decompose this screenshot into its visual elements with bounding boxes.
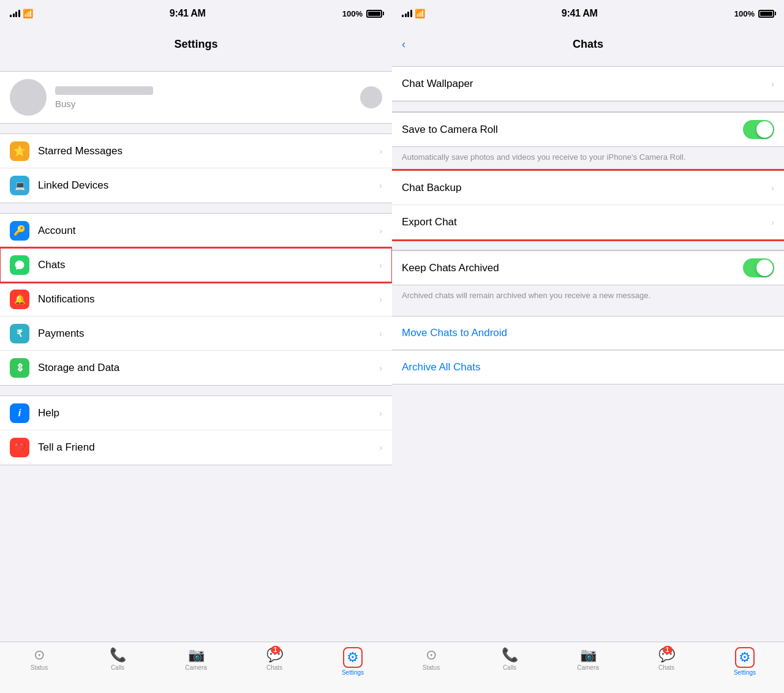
chats-menu-label: Chats	[38, 259, 379, 271]
camera-roll-group: Save to Camera Roll	[392, 111, 784, 147]
chevron-icon: ›	[379, 443, 382, 452]
archive-all-label: Archive All Chats	[402, 361, 481, 373]
backup-chevron: ›	[771, 183, 774, 193]
notifications-icon: 🔔	[10, 290, 29, 309]
profile-status: Busy	[55, 99, 352, 109]
left-tab-bar: ⊙ Status 📞 Calls 📷 Camera 💬 1 Chats ⚙	[0, 642, 392, 693]
menu-item-storage[interactable]: ⇕ Storage and Data ›	[0, 351, 392, 385]
chat-backup-row[interactable]: Chat Backup ›	[392, 171, 784, 205]
menu-item-payments[interactable]: ₹ Payments ›	[0, 317, 392, 351]
profile-info: Busy	[55, 86, 352, 109]
right-camera-tab-icon: 📷	[580, 647, 597, 662]
menu-group-2: 🔑 Account › Chats › 🔔 Notifications › ₹	[0, 213, 392, 386]
camera-tab-icon: 📷	[188, 647, 205, 662]
tab-camera[interactable]: 📷 Camera	[178, 647, 214, 671]
payments-icon: ₹	[10, 324, 29, 343]
keep-archived-toggle[interactable]	[743, 258, 774, 277]
starred-label: Starred Messages	[38, 145, 379, 157]
help-icon: i	[10, 403, 29, 423]
settings-tab-label: Settings	[342, 669, 364, 676]
menu-item-help[interactable]: i Help ›	[0, 396, 392, 430]
back-button[interactable]: ‹	[402, 38, 405, 51]
move-android-label: Move Chats to Android	[402, 327, 507, 339]
linked-icon: 💻	[10, 176, 29, 195]
chevron-icon: ›	[379, 294, 382, 304]
account-icon: 🔑	[10, 221, 29, 241]
left-nav-title: Settings	[174, 38, 217, 51]
right-tab-bar: ⊙ Status 📞 Calls 📷 Camera 💬 1 Chats ⚙	[392, 642, 784, 693]
left-time: 9:41 AM	[170, 8, 206, 19]
wallpaper-row[interactable]: Chat Wallpaper ›	[392, 67, 784, 101]
menu-item-account[interactable]: 🔑 Account ›	[0, 214, 392, 248]
status-tab-icon: ⊙	[34, 647, 45, 662]
chats-badge: 1	[271, 646, 281, 654]
left-status-left: 📶	[10, 9, 33, 18]
right-time: 9:41 AM	[562, 8, 598, 19]
chevron-icon: ›	[379, 260, 382, 270]
camera-tab-label: Camera	[185, 664, 207, 671]
archive-all-row[interactable]: Archive All Chats	[392, 350, 784, 384]
camera-roll-toggle[interactable]	[743, 120, 774, 139]
wifi-icon-right: 📶	[415, 9, 425, 18]
wifi-icon: 📶	[23, 9, 33, 18]
calls-tab-label: Calls	[111, 664, 124, 671]
export-chat-row[interactable]: Export Chat ›	[392, 205, 784, 239]
signal-icon	[10, 10, 20, 17]
chevron-icon: ›	[379, 146, 382, 156]
right-battery-icon	[758, 10, 774, 18]
right-chats-tab-label: Chats	[658, 664, 674, 671]
right-status-bar: 📶 9:41 AM 100%	[392, 0, 784, 27]
left-nav-header: Settings	[0, 27, 392, 61]
move-android-row[interactable]: Move Chats to Android	[392, 316, 784, 350]
right-nav-title: Chats	[573, 38, 603, 51]
right-tab-calls[interactable]: 📞 Calls	[491, 647, 528, 671]
chevron-icon: ›	[379, 181, 382, 190]
battery-icon	[366, 10, 382, 18]
keep-archived-desc: Archived chats will remain archived when…	[392, 285, 784, 309]
tab-status[interactable]: ⊙ Status	[21, 647, 58, 671]
chats-menu-icon	[10, 255, 29, 275]
menu-item-chats[interactable]: Chats ›	[0, 248, 392, 282]
menu-item-starred[interactable]: ⭐ Starred Messages ›	[0, 134, 392, 168]
storage-label: Storage and Data	[38, 362, 379, 374]
keep-archived-row: Keep Chats Archived	[392, 250, 784, 285]
tab-chats-left[interactable]: 💬 1 Chats	[256, 647, 293, 671]
menu-item-invite[interactable]: ❤️ Tell a Friend ›	[0, 430, 392, 465]
notifications-label: Notifications	[38, 293, 379, 305]
tab-calls[interactable]: 📞 Calls	[99, 647, 136, 671]
menu-group-1: ⭐ Starred Messages › 💻 Linked Devices ›	[0, 133, 392, 203]
right-status-right: 100%	[734, 9, 774, 18]
menu-group-3: i Help › ❤️ Tell a Friend ›	[0, 395, 392, 465]
export-chevron: ›	[771, 217, 774, 227]
profile-qr	[360, 86, 382, 108]
profile-section[interactable]: Busy	[0, 71, 392, 124]
backup-export-group: Chat Backup › Export Chat ›	[392, 170, 784, 240]
menu-item-notifications[interactable]: 🔔 Notifications ›	[0, 282, 392, 317]
camera-roll-desc: Automatically save photos and videos you…	[392, 147, 784, 170]
chevron-icon: ›	[379, 363, 382, 373]
camera-roll-row: Save to Camera Roll	[392, 112, 784, 146]
settings-tab-icon: ⚙	[347, 650, 359, 665]
tab-settings-left[interactable]: ⚙ Settings	[334, 647, 371, 676]
status-tab-label: Status	[31, 664, 48, 671]
export-chat-label: Export Chat	[402, 216, 771, 228]
avatar	[10, 79, 47, 116]
right-settings-tab-label: Settings	[734, 669, 756, 676]
battery-percent: 100%	[342, 9, 363, 18]
back-chevron: ‹	[402, 38, 405, 51]
right-tab-chats[interactable]: 💬 1 Chats	[648, 647, 685, 671]
right-nav-header: ‹ Chats	[392, 27, 784, 61]
wallpaper-label: Chat Wallpaper	[402, 78, 771, 90]
right-tab-settings[interactable]: ⚙ Settings	[726, 647, 763, 676]
left-status-bar: 📶 9:41 AM 100%	[0, 0, 392, 27]
menu-item-linked[interactable]: 💻 Linked Devices ›	[0, 168, 392, 203]
left-status-right: 100%	[342, 9, 382, 18]
right-tab-status[interactable]: ⊙ Status	[413, 647, 450, 671]
right-status-tab-icon: ⊙	[426, 647, 437, 662]
left-content: Busy ⭐ Starred Messages › 💻 Linked Devic…	[0, 61, 392, 642]
right-panel: 📶 9:41 AM 100% ‹ Chats Chat Wallpaper ›	[392, 0, 784, 693]
right-calls-tab-icon: 📞	[502, 647, 518, 662]
invite-icon: ❤️	[10, 438, 29, 457]
right-settings-tab-icon: ⚙	[739, 650, 751, 665]
right-tab-camera[interactable]: 📷 Camera	[570, 647, 606, 671]
